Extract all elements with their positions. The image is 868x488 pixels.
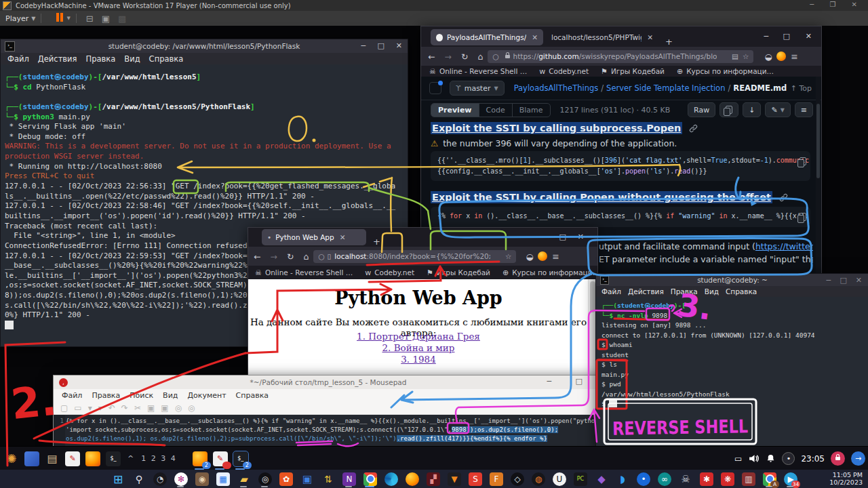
bookmark-reverse-shell[interactable]: ☠Online - Reverse Shell … [255,268,353,277]
workspace-switcher[interactable]: 1 2 3 4 [141,454,176,463]
tab-python-web-app[interactable]: • Python Web App ✕ [262,229,366,245]
new-tab-button[interactable]: + [373,237,380,247]
reload-button[interactable]: ↻ [287,251,294,262]
windows-start-icon[interactable]: ⊞ [111,472,125,487]
unity-icon[interactable]: ◇ [510,472,525,487]
search-icon[interactable]: ◎ [175,403,182,413]
unreal-icon[interactable]: U [552,472,567,487]
bookmark-star-icon[interactable]: ☆ [743,52,749,60]
menu-hamburger-icon[interactable]: ≡ [791,52,797,62]
undo-icon[interactable]: ↶ [108,403,115,413]
display-icon[interactable]: ▭ [734,454,742,464]
address-bar[interactable]: ○ https://github.com/swisskyrepo/Payload… [488,50,753,63]
power-manager-icon[interactable]: • [782,452,795,465]
menu-help[interactable]: Справка [236,391,269,400]
portrait-app-icon[interactable]: ◉ [195,472,210,487]
vscode-icon[interactable]: ◗ [615,472,630,487]
firefox-icon[interactable] [405,472,420,487]
search-replace-icon[interactable]: ◎ [188,403,195,413]
raw-button[interactable]: Raw [688,102,715,117]
text-editor-icon[interactable]: ✎ [64,450,81,468]
mousepad-editor[interactable]: 1 {% for x in ().__class__.__base__.__su… [54,415,603,446]
menu-edit[interactable]: Правка [92,391,120,400]
toolbox-app-icon[interactable]: ▥ [741,472,756,487]
save-as-icon[interactable]: ▾ [98,403,102,413]
tab-payloadsallthethings[interactable]: PayloadsAllTheThings/Se ✕ [431,29,543,45]
vmware-window-controls[interactable]: ─ ❐ ✕ [810,1,864,8]
copy-code-icon[interactable] [800,155,806,168]
bookmark-games[interactable]: ⚑Игры Кодебай [427,268,490,277]
unity-mode-icon[interactable]: ▩ [118,14,126,24]
slack-app-icon[interactable]: ✻ [174,472,189,487]
link-icon[interactable] [779,193,788,202]
calendar-app-icon[interactable]: ▦ [216,472,231,487]
maroon-app-icon[interactable]: ▞ [426,472,441,487]
tab-blame[interactable]: Blame [513,104,550,117]
reload-button[interactable]: ↻ [461,52,468,62]
notifications-bell-icon[interactable] [766,453,776,464]
firefox-account-icon[interactable] [538,251,547,261]
menu-view[interactable]: Вид [705,287,719,296]
window-controls[interactable]: ─ □ [547,377,593,386]
minimize-button[interactable]: ─ [544,232,549,241]
menu-hamburger-icon[interactable]: ≡ [552,251,559,262]
open-icon[interactable]: ▭ [74,403,81,413]
tab-close-icon[interactable]: ✕ [647,33,653,41]
menu-file[interactable]: Файл [601,287,621,296]
chrome-icon[interactable] [363,472,378,487]
back-to-top-link[interactable]: ↑ Top [791,84,812,93]
branch-selector[interactable]: ϒ master ▼ [450,81,505,96]
dark-ring-app-icon[interactable]: ◎ [258,472,273,487]
menu-document[interactable]: Документ [187,391,226,400]
onenote-icon[interactable]: N [342,472,357,487]
sidebar-toggle-icon[interactable] [429,82,441,94]
download-button[interactable]: ↓ [743,102,761,117]
search-icon[interactable]: ⚲ [132,472,146,487]
suspend-button[interactable] [56,13,64,24]
windows-clock[interactable]: 11:05 PM 10/2/2023 [829,472,863,486]
home-button[interactable]: ⌂ [477,52,483,62]
tab-code[interactable]: Code [479,104,513,117]
volume-icon[interactable] [748,453,760,464]
carrot-app-icon[interactable]: ▼ [447,472,462,487]
menu-view[interactable]: Вид [163,391,178,400]
save-icon[interactable]: ▾ [88,403,92,413]
location-pin-icon[interactable]: • [636,472,651,487]
maximize-button[interactable]: □ [840,276,847,285]
minimize-button[interactable]: ─ [764,32,768,41]
chrome-profile-icon[interactable]: A [762,472,777,487]
code-block-1[interactable]: {{''.__class__.mro()[1].__subclasses__()… [431,151,810,181]
show-desktop-icon[interactable] [23,450,41,468]
close-button[interactable]: ✕ [578,232,584,241]
forward-button[interactable]: → [270,251,277,262]
cut-icon[interactable]: ✂ [134,403,141,413]
breadcrumb-section[interactable]: Server Side Template Injection [606,83,725,93]
bookmark-games[interactable]: ⚑Игры Кодебай [601,67,665,76]
screen-lock-icon[interactable] [831,451,845,466]
firefox-icon[interactable] [84,450,102,468]
orange-gear-app-icon[interactable]: ✿ [279,472,294,487]
skull-app-icon[interactable]: ☠ [678,472,693,487]
breadcrumb-repo[interactable]: PayloadsAllTheThings [514,83,599,93]
menu-help[interactable]: Справка [726,287,757,296]
forward-button[interactable]: → [444,52,451,62]
terminal-output[interactable]: ┌──(student㉿codeby)-[~]└─$ nc -nvlp 9898… [596,297,868,447]
player-menu[interactable]: Player [5,14,28,23]
terminal-task[interactable]: $_2 [232,450,250,468]
bookmark-courses[interactable]: ⊕Курсы по информаци… [677,67,774,76]
paste-icon[interactable]: ▣ [161,403,168,413]
updates-arrow-icon[interactable]: → [851,451,865,466]
file-explorer-icon[interactable]: ▰ [237,472,252,487]
virtualbox-icon[interactable]: ▣ [300,472,315,487]
new-tab-button[interactable]: + [665,37,673,47]
telegram-icon[interactable]: ▶34 [783,472,798,487]
collapse-arrow-icon[interactable]: ^ [127,454,134,463]
fullscreen-icon[interactable]: ▣ [102,14,110,24]
send-keys-icon[interactable]: ⊟ [86,14,94,24]
pocket-icon[interactable]: ◒ [764,52,772,62]
network-arrows-icon[interactable]: ⇅ [321,472,336,487]
back-button[interactable]: ← [254,251,260,262]
maximize-button[interactable]: □ [783,32,790,41]
edit-button[interactable]: ✎ ▼ [765,102,790,117]
book-link-2[interactable]: 2. Война и мир [248,342,589,354]
